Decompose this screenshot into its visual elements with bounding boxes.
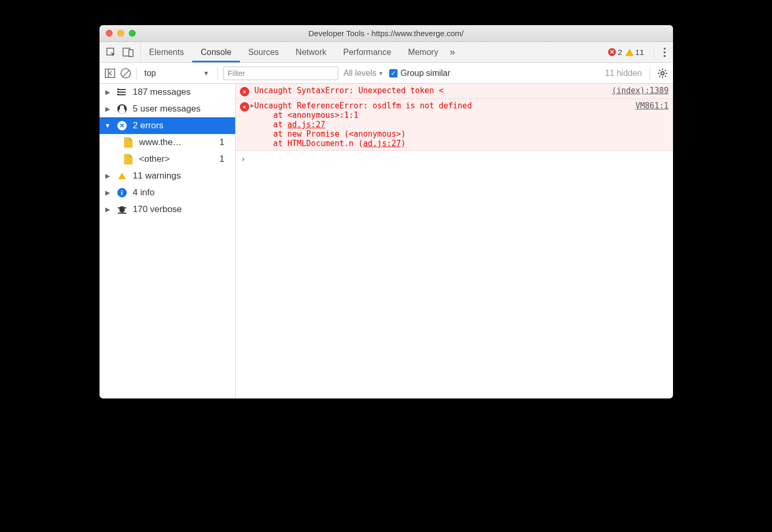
stack-line: at new Promise (<anonymous>) [273, 129, 406, 139]
inspect-element-icon[interactable] [106, 47, 116, 58]
sidebar-item-verbose[interactable]: ▶ 170 verbose [100, 201, 235, 218]
sidebar-label: 11 warnings [133, 171, 181, 181]
source-label: <other> [139, 154, 170, 164]
svg-line-11 [665, 75, 666, 76]
file-icon [123, 154, 134, 164]
panel-tabs: Elements Console Sources Network Perform… [141, 42, 458, 62]
svg-rect-2 [129, 50, 133, 57]
sidebar-label: 170 verbose [133, 204, 182, 215]
disclosure-triangle-icon: ▶ [105, 172, 111, 180]
stack-link[interactable]: ad.js:27 [288, 120, 325, 129]
message-text: Uncaught SyntaxError: Unexpected token < [255, 86, 602, 96]
sidebar-label: 5 user messages [133, 104, 201, 114]
console-message-error[interactable]: ✕ Uncaught SyntaxError: Unexpected token… [236, 84, 673, 99]
bug-icon [116, 205, 128, 214]
minimize-window-button[interactable] [117, 30, 124, 37]
titlebar: Developer Tools - https://www.theverge.c… [100, 25, 673, 42]
svg-line-13 [665, 70, 666, 71]
console-filter-bar: top ▼ All levels ▼ ✓ Group similar 11 hi… [100, 63, 673, 84]
warning-icon [625, 49, 634, 56]
tab-performance[interactable]: Performance [335, 42, 400, 62]
error-icon: ✕ [116, 121, 128, 130]
panel-toolbar: Elements Console Sources Network Perform… [100, 42, 673, 63]
stack-link[interactable]: ad.js:27 [363, 139, 401, 148]
maximize-window-button[interactable] [129, 30, 136, 37]
sidebar-label: 187 messages [133, 87, 191, 97]
warning-count: 11 [635, 48, 644, 57]
sidebar-item-user-messages[interactable]: ▶ 5 user messages [100, 101, 235, 117]
console-prompt[interactable]: › [236, 151, 673, 167]
disclosure-triangle-icon: ▶ [105, 105, 111, 113]
context-label: top [145, 69, 156, 78]
source-label: www.the… [139, 137, 182, 148]
more-tabs-icon[interactable]: » [447, 47, 458, 58]
settings-menu-icon[interactable] [657, 48, 668, 57]
sidebar-error-source[interactable]: <other> 1 [100, 151, 235, 168]
checkbox-checked-icon: ✓ [389, 69, 398, 77]
disclosure-triangle-icon: ▶ [105, 88, 111, 96]
user-icon [116, 104, 128, 114]
group-similar-label: Group similar [401, 69, 450, 78]
error-count-badge[interactable]: ✕ 2 [608, 48, 622, 57]
message-source-link[interactable]: (index):1389 [601, 86, 668, 96]
error-icon: ✕ [608, 48, 616, 56]
warning-icon [116, 172, 128, 180]
console-settings-icon[interactable] [657, 68, 668, 79]
sidebar-label: 4 info [133, 187, 155, 198]
error-icon: ✕ [240, 102, 249, 112]
sidebar-label: 2 errors [133, 120, 164, 131]
dropdown-caret-icon: ▼ [378, 70, 384, 76]
message-source-link[interactable]: VM861:1 [625, 101, 668, 110]
warning-count-badge[interactable]: 11 [625, 48, 644, 57]
hidden-count[interactable]: 11 hidden [605, 69, 642, 78]
log-levels-selector[interactable]: All levels ▼ [344, 69, 384, 78]
close-window-button[interactable] [106, 30, 113, 37]
stack-line: at <anonymous>:1:1 [273, 110, 359, 120]
source-count: 1 [219, 137, 229, 148]
tab-network[interactable]: Network [288, 42, 335, 62]
svg-line-10 [659, 70, 660, 71]
disclosure-triangle-icon[interactable]: ▶ [251, 102, 255, 112]
traffic-lights [100, 30, 136, 37]
sidebar-item-warnings[interactable]: ▶ 11 warnings [100, 168, 235, 184]
sidebar-item-errors[interactable]: ▼ ✕ 2 errors [100, 117, 235, 134]
error-count: 2 [617, 48, 622, 57]
execution-context-selector[interactable]: top ▼ [142, 67, 212, 80]
file-icon [123, 137, 134, 148]
sidebar-error-source[interactable]: www.the… 1 [100, 134, 235, 151]
toggle-device-icon[interactable] [123, 47, 134, 58]
sidebar-item-messages[interactable]: ▶ 187 messages [100, 84, 235, 101]
sidebar-item-info[interactable]: ▶ i 4 info [100, 184, 235, 201]
clear-console-icon[interactable] [120, 68, 131, 79]
toggle-sidebar-icon[interactable] [105, 69, 115, 78]
source-count: 1 [219, 154, 229, 164]
disclosure-triangle-icon: ▶ [105, 206, 111, 213]
disclosure-triangle-icon: ▼ [105, 122, 111, 129]
dropdown-caret-icon: ▼ [203, 70, 209, 77]
list-icon [116, 89, 128, 95]
window-title: Developer Tools - https://www.theverge.c… [100, 29, 673, 38]
message-body: Uncaught ReferenceError: osdlfm is not d… [255, 101, 625, 148]
console-message-error[interactable]: ✕ ▶ Uncaught ReferenceError: osdlfm is n… [236, 99, 673, 151]
filter-input[interactable] [223, 66, 338, 80]
console-sidebar: ▶ 187 messages ▶ 5 user messages ▼ ✕ 2 e… [100, 84, 236, 398]
tab-console[interactable]: Console [192, 42, 240, 62]
tab-elements[interactable]: Elements [141, 42, 193, 62]
devtools-window: Developer Tools - https://www.theverge.c… [100, 25, 673, 398]
error-icon: ✕ [240, 87, 249, 96]
info-icon: i [116, 188, 128, 197]
svg-point-5 [661, 72, 664, 75]
console-output: ✕ Uncaught SyntaxError: Unexpected token… [236, 84, 673, 398]
disclosure-triangle-icon: ▶ [105, 189, 111, 196]
group-similar-toggle[interactable]: ✓ Group similar [389, 69, 450, 78]
levels-label: All levels [344, 69, 377, 78]
message-text: Uncaught ReferenceError: osdlfm is not d… [255, 101, 472, 110]
tab-memory[interactable]: Memory [400, 42, 447, 62]
svg-line-12 [659, 75, 660, 76]
tab-sources[interactable]: Sources [240, 42, 288, 62]
